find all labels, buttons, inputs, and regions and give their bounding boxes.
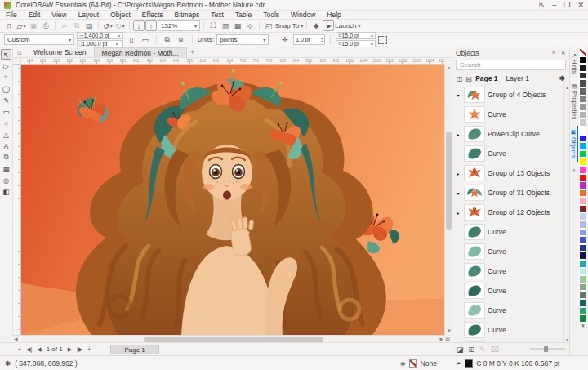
visibility-icon[interactable]: ◫: [457, 75, 463, 82]
new-tab-button[interactable]: +: [187, 48, 198, 56]
object-row[interactable]: Curve: [452, 281, 569, 301]
tab-welcome-screen[interactable]: Welcome Screen: [26, 47, 94, 58]
pick-tool[interactable]: ↖: [1, 49, 11, 60]
object-row[interactable]: Curve: [452, 144, 569, 163]
new-layer-button[interactable]: ⊞: [469, 345, 475, 354]
zoom-tool[interactable]: ◯: [1, 83, 11, 94]
launch-caret[interactable]: ▾: [358, 23, 360, 29]
transparency-tool[interactable]: ▦: [1, 163, 11, 174]
layer-label[interactable]: Layer 1: [506, 74, 529, 82]
palette-swatch[interactable]: [579, 236, 587, 244]
add-page-after-button[interactable]: +: [87, 346, 91, 352]
object-row[interactable]: ▸Group of 12 Objects: [452, 203, 569, 222]
horizontal-ruler[interactable]: 1441802162522883243603964324685045405766…: [21, 58, 444, 65]
object-row[interactable]: Curve: [452, 261, 569, 281]
palette-swatch[interactable]: [579, 205, 587, 213]
palette-swatch[interactable]: [579, 64, 587, 72]
search-input[interactable]: [456, 60, 566, 70]
options-gear-icon[interactable]: ✱: [310, 20, 322, 31]
add-page-before-button[interactable]: +: [18, 346, 21, 352]
text-tool[interactable]: A: [1, 140, 11, 151]
palette-swatch[interactable]: [579, 96, 587, 104]
duplicate-x-input[interactable]: [341, 33, 369, 38]
object-row[interactable]: Curve: [452, 105, 569, 124]
expander-closed-icon[interactable]: ▸: [455, 132, 461, 137]
document-navigator-icon[interactable]: ⊞: [444, 335, 452, 342]
save-button[interactable]: ▣: [28, 20, 39, 31]
docker-tab-properties[interactable]: ▤Properties: [571, 80, 578, 123]
palette-swatch[interactable]: [579, 197, 587, 205]
freehand-tool[interactable]: ✎: [1, 95, 11, 105]
palette-swatch[interactable]: [579, 221, 587, 229]
palette-no-color-swatch[interactable]: [579, 48, 587, 56]
object-row[interactable]: ▸Group of 13 Objects: [452, 163, 569, 183]
menu-object[interactable]: Object: [105, 11, 136, 19]
menu-text[interactable]: Text: [205, 11, 229, 19]
object-row[interactable]: ▾Group of 4 Objects: [452, 85, 569, 105]
portrait-button[interactable]: ▯: [126, 34, 137, 45]
ellipse-tool[interactable]: ○: [1, 118, 11, 128]
edit-layer-button[interactable]: ✎: [479, 345, 486, 354]
palette-swatch[interactable]: [579, 127, 587, 135]
palette-swatch[interactable]: [579, 150, 587, 158]
status-gear-icon[interactable]: ✱: [5, 359, 11, 368]
expander-open-icon[interactable]: ▾: [455, 92, 461, 98]
ruler-origin-corner[interactable]: [13, 58, 21, 65]
object-row[interactable]: Curve: [452, 242, 569, 261]
palette-swatch[interactable]: [579, 142, 587, 150]
palette-swatch[interactable]: [579, 307, 587, 315]
palette-swatch[interactable]: [579, 244, 587, 252]
expander-closed-icon[interactable]: ▸: [455, 171, 461, 176]
palette-scroll-down-icon[interactable]: ▼: [581, 323, 586, 328]
object-row[interactable]: Curve: [452, 320, 569, 340]
palette-swatch[interactable]: [579, 212, 587, 221]
duplicate-y-input[interactable]: [341, 41, 369, 47]
cut-button[interactable]: ✂: [59, 20, 70, 31]
palette-swatch[interactable]: [579, 103, 587, 111]
fullscreen-preview-button[interactable]: ⛶: [207, 20, 219, 31]
vertical-scroll-thumb[interactable]: [446, 132, 452, 230]
palette-swatch[interactable]: [579, 87, 587, 96]
snap-to-caret[interactable]: ▾: [301, 23, 303, 29]
import-button[interactable]: ↓: [133, 20, 145, 31]
palette-swatch[interactable]: [579, 252, 587, 260]
palette-swatch[interactable]: [579, 229, 587, 237]
palette-swatch[interactable]: [579, 181, 587, 189]
menu-window[interactable]: Window: [285, 11, 321, 19]
add-docker-button[interactable]: +: [572, 167, 576, 175]
menu-table[interactable]: Table: [229, 11, 257, 19]
layer-row[interactable]: ◫ ▤ Page 1 Layer 1 ✱: [452, 72, 569, 85]
export-button[interactable]: ↑: [145, 20, 157, 31]
layer-options-gear-icon[interactable]: ✱: [559, 74, 565, 82]
previous-page-button[interactable]: ◀: [37, 346, 41, 353]
menu-bitmaps[interactable]: Bitmaps: [169, 11, 206, 19]
palette-swatch[interactable]: [579, 158, 587, 166]
duplicate-y-field[interactable]: ⧉ ◂▸: [336, 40, 376, 47]
zoom-level-combo[interactable]: 132% ▾: [158, 20, 200, 31]
polygon-tool[interactable]: △: [1, 129, 11, 140]
palette-swatch[interactable]: [579, 166, 587, 174]
first-page-button[interactable]: ◀|: [26, 346, 32, 353]
object-row[interactable]: Curve: [452, 301, 569, 320]
vertical-scrollbar[interactable]: ▲ ▼: [444, 65, 452, 335]
menu-edit[interactable]: Edit: [23, 11, 47, 19]
last-page-button[interactable]: |▶: [77, 346, 82, 353]
paste-button[interactable]: ▤: [83, 20, 95, 31]
palette-swatch[interactable]: [579, 283, 587, 292]
units-combo[interactable]: points ▾: [216, 34, 269, 45]
current-page-button[interactable]: ⧈: [176, 34, 187, 45]
show-guidelines-button[interactable]: ⊹: [244, 20, 256, 31]
nudge-field[interactable]: ▴▾: [293, 34, 325, 45]
snap-off-icon[interactable]: ◱: [263, 20, 274, 31]
shape-tool[interactable]: ▷: [1, 60, 11, 71]
docker-tab-objects[interactable]: ▣Objects: [570, 126, 579, 161]
docker-collapse-icon[interactable]: »: [552, 49, 555, 56]
palette-swatch[interactable]: [579, 118, 587, 127]
show-rulers-button[interactable]: ▥: [220, 20, 231, 31]
horizontal-scroll-thumb[interactable]: [144, 337, 323, 342]
all-pages-button[interactable]: ⧉: [162, 34, 173, 45]
eyedropper-tool[interactable]: ◎: [1, 175, 11, 185]
nudge-input[interactable]: [296, 37, 320, 42]
treat-as-filled-button[interactable]: [378, 36, 387, 44]
share-icon[interactable]: ⇱: [539, 0, 546, 11]
